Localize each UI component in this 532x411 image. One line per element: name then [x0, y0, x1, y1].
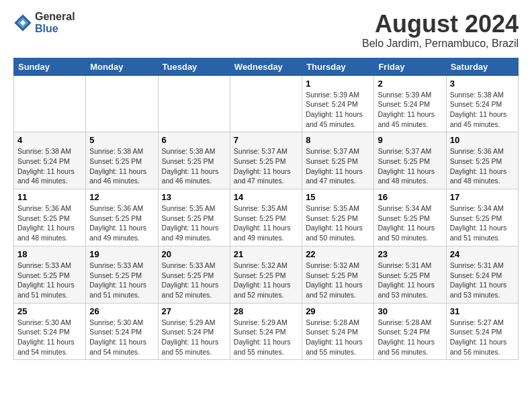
day-number: 10: [450, 135, 515, 145]
calendar-cell: 12Sunrise: 5:36 AMSunset: 5:25 PMDayligh…: [86, 189, 158, 246]
calendar-cell: 5Sunrise: 5:38 AMSunset: 5:25 PMDaylight…: [86, 132, 158, 189]
day-number: 19: [89, 249, 154, 259]
calendar-cell: 11Sunrise: 5:36 AMSunset: 5:25 PMDayligh…: [14, 189, 86, 246]
calendar-cell: 24Sunrise: 5:31 AMSunset: 5:24 PMDayligh…: [446, 246, 518, 303]
day-info: Sunrise: 5:38 AMSunset: 5:25 PMDaylight:…: [162, 146, 226, 186]
main-title: August 2024: [362, 11, 519, 38]
calendar-cell: [230, 75, 302, 132]
day-info: Sunrise: 5:35 AMSunset: 5:25 PMDaylight:…: [234, 203, 298, 243]
day-number: 26: [89, 306, 154, 316]
day-info: Sunrise: 5:31 AMSunset: 5:24 PMDaylight:…: [450, 261, 515, 300]
calendar-cell: [158, 75, 230, 132]
calendar-cell: 23Sunrise: 5:31 AMSunset: 5:25 PMDayligh…: [374, 246, 446, 303]
day-info: Sunrise: 5:28 AMSunset: 5:24 PMDaylight:…: [306, 318, 370, 357]
logo-icon: [13, 13, 32, 32]
day-number: 6: [162, 135, 226, 145]
calendar-cell: 31Sunrise: 5:27 AMSunset: 5:24 PMDayligh…: [446, 303, 518, 360]
day-number: 28: [234, 306, 298, 316]
day-number: 27: [162, 306, 226, 316]
day-number: 25: [17, 306, 82, 316]
day-info: Sunrise: 5:32 AMSunset: 5:25 PMDaylight:…: [306, 261, 370, 300]
day-info: Sunrise: 5:38 AMSunset: 5:24 PMDaylight:…: [17, 146, 82, 186]
day-number: 9: [378, 135, 442, 145]
day-info: Sunrise: 5:37 AMSunset: 5:25 PMDaylight:…: [306, 146, 370, 186]
day-info: Sunrise: 5:31 AMSunset: 5:25 PMDaylight:…: [378, 261, 442, 300]
day-header-saturday: Saturday: [446, 58, 518, 75]
day-number: 23: [378, 249, 442, 259]
day-info: Sunrise: 5:39 AMSunset: 5:24 PMDaylight:…: [378, 90, 442, 130]
day-info: Sunrise: 5:29 AMSunset: 5:24 PMDaylight:…: [234, 318, 298, 357]
week-row-2: 4Sunrise: 5:38 AMSunset: 5:24 PMDaylight…: [14, 132, 519, 189]
day-number: 31: [450, 306, 515, 316]
calendar-cell: 21Sunrise: 5:32 AMSunset: 5:25 PMDayligh…: [230, 246, 302, 303]
day-header-thursday: Thursday: [302, 58, 374, 75]
day-info: Sunrise: 5:29 AMSunset: 5:24 PMDaylight:…: [162, 318, 226, 357]
day-number: 14: [234, 192, 298, 202]
day-number: 5: [89, 135, 154, 145]
day-info: Sunrise: 5:35 AMSunset: 5:25 PMDaylight:…: [162, 203, 226, 243]
day-info: Sunrise: 5:39 AMSunset: 5:24 PMDaylight:…: [306, 90, 370, 130]
calendar: SundayMondayTuesdayWednesdayThursdayFrid…: [13, 58, 519, 361]
day-number: 22: [306, 249, 370, 259]
header: General Blue August 2024 Belo Jardim, Pe…: [13, 11, 519, 50]
calendar-cell: 16Sunrise: 5:34 AMSunset: 5:25 PMDayligh…: [374, 189, 446, 246]
day-number: 13: [162, 192, 226, 202]
day-number: 17: [450, 192, 515, 202]
day-number: 12: [89, 192, 154, 202]
week-row-5: 25Sunrise: 5:30 AMSunset: 5:24 PMDayligh…: [14, 303, 519, 360]
calendar-cell: 19Sunrise: 5:33 AMSunset: 5:25 PMDayligh…: [86, 246, 158, 303]
title-section: August 2024 Belo Jardim, Pernambuco, Bra…: [362, 11, 519, 50]
day-number: 11: [17, 192, 82, 202]
day-info: Sunrise: 5:37 AMSunset: 5:25 PMDaylight:…: [378, 146, 442, 186]
calendar-cell: 22Sunrise: 5:32 AMSunset: 5:25 PMDayligh…: [302, 246, 374, 303]
day-header-monday: Monday: [86, 58, 158, 75]
calendar-cell: 15Sunrise: 5:35 AMSunset: 5:25 PMDayligh…: [302, 189, 374, 246]
day-info: Sunrise: 5:34 AMSunset: 5:25 PMDaylight:…: [450, 203, 515, 243]
calendar-cell: 8Sunrise: 5:37 AMSunset: 5:25 PMDaylight…: [302, 132, 374, 189]
day-info: Sunrise: 5:30 AMSunset: 5:24 PMDaylight:…: [89, 318, 154, 357]
day-header-tuesday: Tuesday: [158, 58, 230, 75]
logo: General Blue: [13, 11, 75, 35]
day-number: 29: [306, 306, 370, 316]
calendar-cell: 9Sunrise: 5:37 AMSunset: 5:25 PMDaylight…: [374, 132, 446, 189]
calendar-cell: 2Sunrise: 5:39 AMSunset: 5:24 PMDaylight…: [374, 75, 446, 132]
calendar-cell: 13Sunrise: 5:35 AMSunset: 5:25 PMDayligh…: [158, 189, 230, 246]
calendar-cell: 27Sunrise: 5:29 AMSunset: 5:24 PMDayligh…: [158, 303, 230, 360]
calendar-cell: 7Sunrise: 5:37 AMSunset: 5:25 PMDaylight…: [230, 132, 302, 189]
day-header-friday: Friday: [374, 58, 446, 75]
calendar-cell: 14Sunrise: 5:35 AMSunset: 5:25 PMDayligh…: [230, 189, 302, 246]
calendar-cell: 10Sunrise: 5:36 AMSunset: 5:25 PMDayligh…: [446, 132, 518, 189]
calendar-cell: 4Sunrise: 5:38 AMSunset: 5:24 PMDaylight…: [14, 132, 86, 189]
day-info: Sunrise: 5:33 AMSunset: 5:25 PMDaylight:…: [162, 261, 226, 300]
calendar-body: 1Sunrise: 5:39 AMSunset: 5:24 PMDaylight…: [14, 75, 519, 360]
day-header-sunday: Sunday: [14, 58, 86, 75]
day-header-wednesday: Wednesday: [230, 58, 302, 75]
day-number: 21: [234, 249, 298, 259]
day-info: Sunrise: 5:35 AMSunset: 5:25 PMDaylight:…: [306, 203, 370, 243]
day-number: 3: [450, 79, 515, 89]
week-row-3: 11Sunrise: 5:36 AMSunset: 5:25 PMDayligh…: [14, 189, 519, 246]
calendar-header: SundayMondayTuesdayWednesdayThursdayFrid…: [14, 58, 519, 75]
day-number: 20: [162, 249, 226, 259]
calendar-cell: 1Sunrise: 5:39 AMSunset: 5:24 PMDaylight…: [302, 75, 374, 132]
calendar-cell: 20Sunrise: 5:33 AMSunset: 5:25 PMDayligh…: [158, 246, 230, 303]
day-info: Sunrise: 5:36 AMSunset: 5:25 PMDaylight:…: [89, 203, 154, 243]
calendar-cell: 28Sunrise: 5:29 AMSunset: 5:24 PMDayligh…: [230, 303, 302, 360]
day-number: 30: [378, 306, 442, 316]
day-info: Sunrise: 5:36 AMSunset: 5:25 PMDaylight:…: [17, 203, 82, 243]
day-info: Sunrise: 5:32 AMSunset: 5:25 PMDaylight:…: [234, 261, 298, 300]
day-number: 2: [378, 79, 442, 89]
header-row: SundayMondayTuesdayWednesdayThursdayFrid…: [14, 58, 519, 75]
calendar-cell: 3Sunrise: 5:38 AMSunset: 5:24 PMDaylight…: [446, 75, 518, 132]
calendar-cell: 17Sunrise: 5:34 AMSunset: 5:25 PMDayligh…: [446, 189, 518, 246]
day-number: 8: [306, 135, 370, 145]
day-number: 1: [306, 79, 370, 89]
week-row-4: 18Sunrise: 5:33 AMSunset: 5:25 PMDayligh…: [14, 246, 519, 303]
calendar-cell: 30Sunrise: 5:28 AMSunset: 5:24 PMDayligh…: [374, 303, 446, 360]
day-number: 15: [306, 192, 370, 202]
day-info: Sunrise: 5:27 AMSunset: 5:24 PMDaylight:…: [450, 318, 515, 357]
day-number: 7: [234, 135, 298, 145]
calendar-cell: 26Sunrise: 5:30 AMSunset: 5:24 PMDayligh…: [86, 303, 158, 360]
day-info: Sunrise: 5:38 AMSunset: 5:24 PMDaylight:…: [450, 90, 515, 130]
day-info: Sunrise: 5:30 AMSunset: 5:24 PMDaylight:…: [17, 318, 82, 357]
